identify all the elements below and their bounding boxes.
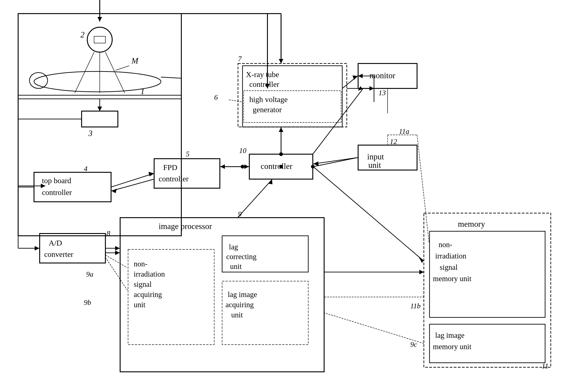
non-irr-memory-label1: non-	[439, 240, 452, 249]
svg-rect-0	[0, 0, 568, 392]
lag-correcting-label1: lag	[229, 243, 238, 251]
label-2: 2	[81, 30, 84, 39]
lag-correcting-label3: unit	[230, 262, 242, 270]
fpd-controller-label2: controller	[159, 175, 189, 183]
label-9a: 9a	[86, 270, 93, 278]
label-10: 10	[239, 146, 246, 155]
memory-label: memory	[458, 220, 485, 228]
image-processor-label: image processor	[159, 222, 212, 231]
lag-image-memory-label1: lag image	[435, 331, 464, 339]
top-board-controller-label1: top board	[42, 176, 71, 185]
diagram-container: 2 M 1 3 top board controller 4 FPD contr…	[0, 0, 568, 392]
non-irr-acquiring-label5: unit	[134, 301, 145, 309]
label-3: 3	[88, 129, 93, 138]
label-11a: 11a	[399, 127, 409, 135]
label-7: 7	[238, 55, 242, 63]
label-M: M	[131, 56, 139, 65]
label-9c: 9c	[410, 340, 417, 349]
label-12: 12	[390, 137, 397, 146]
non-irr-memory-label3: signal	[440, 263, 458, 271]
high-voltage-label1: high voltage	[249, 95, 288, 104]
svg-point-80	[311, 165, 315, 168]
label-4: 4	[84, 165, 87, 173]
non-irr-acquiring-label2: irradiation	[134, 270, 165, 278]
label-11: 11	[542, 362, 549, 370]
label-1: 1	[140, 87, 145, 96]
input-unit-label2: unit	[368, 161, 381, 169]
svg-point-94	[279, 165, 283, 168]
label-13: 13	[378, 89, 386, 97]
non-irr-acquiring-label1: non-	[134, 260, 148, 268]
non-irr-memory-label2: irradiation	[435, 252, 466, 260]
controller-label: controller	[261, 162, 292, 171]
top-board-controller-label2: controller	[42, 188, 72, 196]
label-9b: 9b	[84, 298, 91, 307]
high-voltage-label2: generator	[253, 105, 282, 114]
ad-converter-label1: A/D	[49, 239, 62, 247]
lag-correcting-label2: correcting	[226, 252, 257, 261]
lag-image-memory-label2: memory unit	[433, 343, 471, 351]
lag-image-acquiring-label3: unit	[231, 311, 243, 319]
xray-controller-label1: X-ray tube	[246, 70, 279, 79]
lag-image-acquiring-label1: lag image	[228, 290, 257, 299]
non-irr-acquiring-label3: signal	[134, 280, 152, 288]
xray-controller-label2: controller	[249, 80, 279, 88]
monitor-label: monitor	[369, 71, 395, 80]
non-irr-acquiring-label4: acquiring	[134, 290, 162, 299]
non-irr-memory-label4: memory unit	[433, 275, 471, 283]
label-5: 5	[186, 150, 190, 158]
svg-point-91	[279, 152, 283, 156]
label-11b: 11b	[410, 302, 421, 310]
input-unit-label: input	[367, 152, 384, 161]
label-6: 6	[214, 93, 218, 101]
ad-converter-label2: converter	[44, 250, 73, 258]
label-8: 8	[107, 229, 110, 237]
fpd-controller-label1: FPD	[163, 163, 177, 172]
lag-image-acquiring-label2: acquiring	[225, 301, 254, 309]
